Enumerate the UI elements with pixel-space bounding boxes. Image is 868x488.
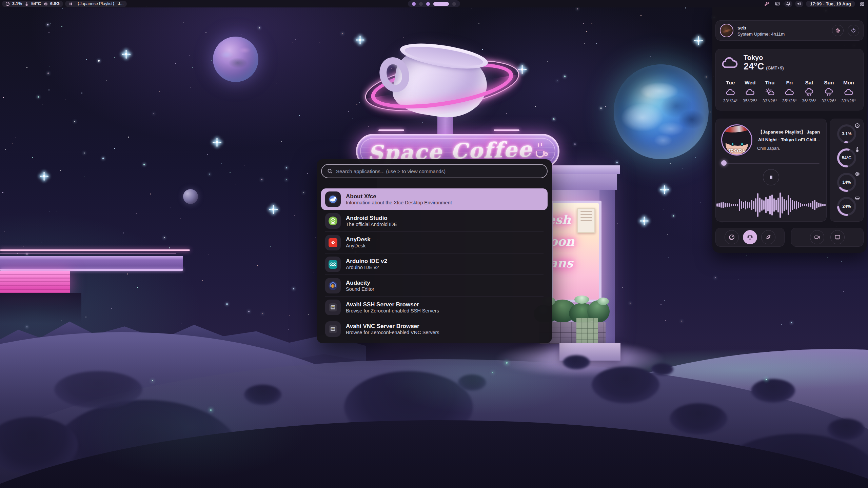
- forecast-day-sat: Sat36°/26°: [800, 80, 819, 103]
- forecast-row: Tue33°/24°Wed35°/25°Thu33°/26°Fri35°/26°…: [721, 80, 859, 103]
- app-title: Audacity: [346, 280, 374, 286]
- notifications-bell-icon[interactable]: [784, 1, 792, 7]
- power-icon: [851, 28, 856, 33]
- app-item-anydesk[interactable]: AnyDeskAnyDesk: [321, 232, 548, 253]
- arduino-app-icon: [325, 257, 341, 272]
- performance-mode-button[interactable]: [725, 230, 739, 244]
- app-description: Browse for Zeroconf-enabled SSH Servers: [346, 308, 439, 313]
- rain-weather-icon: [804, 88, 814, 97]
- app-list: About XfceInformation about the Xfce Des…: [321, 188, 548, 340]
- cloud-weather-icon: [745, 88, 755, 97]
- temperature-icon: [24, 2, 29, 6]
- cpu-temp: 54°C: [31, 1, 41, 6]
- workspace-indicator[interactable]: [408, 0, 460, 7]
- app-item-avahi-ssh-server-browser[interactable]: Avahi SSH Server BrowserBrowse for Zeroc…: [321, 297, 548, 318]
- clock[interactable]: 17:09 - Tue, 19 Aug: [806, 1, 855, 7]
- xfce-app-icon: [325, 191, 341, 207]
- disk-icon: [855, 196, 860, 201]
- system-gauges-card: 3.1%54°C14%24%: [830, 119, 864, 222]
- search-icon: [327, 168, 333, 174]
- forecast-day-thu: Thu33°/26°: [760, 80, 780, 103]
- progress-bar[interactable]: [721, 160, 821, 166]
- app-description: Information about the Xfce Desktop Envir…: [346, 200, 452, 205]
- app-title: Avahi SSH Server Browser: [346, 302, 439, 307]
- weather-card: Tokyo 24°C(GMT+9) Tue33°/24°Wed35°/25°Th…: [715, 49, 864, 110]
- forecast-day-fri: Fri35°/26°: [780, 80, 799, 103]
- app-description: AnyDesk: [346, 243, 371, 248]
- screen-record-button[interactable]: [810, 230, 824, 244]
- wallpaper-icon[interactable]: [773, 1, 782, 7]
- gauge-disk: 24%: [830, 195, 863, 218]
- gauge-icon: [855, 123, 860, 128]
- workspace-dot-1[interactable]: [412, 2, 416, 6]
- thermo-icon: [855, 147, 860, 152]
- app-description: Browse for Zeroconf-enabled VNC Servers: [346, 330, 439, 335]
- now-playing-pill[interactable]: 【Japanese Playlist】 J...: [65, 1, 127, 7]
- scales-icon: [747, 234, 753, 240]
- app-item-about-xfce[interactable]: About XfceInformation about the Xfce Des…: [321, 188, 548, 210]
- screen-icon: [834, 234, 841, 240]
- sign-cup-icon: [536, 147, 548, 158]
- track-title-line1: 【Japanese Playlist】 Japan: [757, 129, 821, 135]
- search-input[interactable]: [336, 168, 541, 174]
- tools-icon[interactable]: [763, 1, 771, 7]
- media-player-card: TOKYO L 【Japanese Playlist】 Japan All Ni…: [715, 119, 827, 222]
- memory-icon: [43, 2, 48, 6]
- power-button[interactable]: [848, 25, 859, 36]
- balanced-mode-button[interactable]: [743, 230, 757, 244]
- system-stats-pill[interactable]: 3.1% 54°C 6.8G: [2, 1, 63, 7]
- gear-icon: [835, 28, 841, 33]
- app-title: Android Studio: [346, 215, 397, 221]
- screenshot-button[interactable]: [830, 230, 845, 244]
- app-launcher: About XfceInformation about the Xfce Des…: [317, 159, 552, 343]
- play-pause-button[interactable]: [763, 169, 779, 185]
- gauge-chip: 14%: [830, 171, 863, 194]
- audio-visualizer: [721, 189, 821, 221]
- username: seb: [737, 25, 828, 30]
- partsun-weather-icon: [765, 88, 775, 97]
- app-title: About Xfce: [346, 194, 452, 199]
- cloud-weather-icon: [784, 88, 794, 97]
- system-uptime: System Uptime: 4h11m: [737, 32, 828, 37]
- memory-usage: 6.8G: [50, 1, 60, 6]
- leaf-icon: [765, 234, 771, 240]
- anydesk-app-icon: [325, 235, 341, 250]
- weather-temp: 24°C: [744, 61, 764, 72]
- workspace-dot-3[interactable]: [426, 2, 430, 6]
- app-grid-icon[interactable]: [858, 1, 866, 7]
- avatar[interactable]: [720, 24, 733, 37]
- forecast-day-mon: Mon33°/26°: [839, 80, 859, 103]
- track-title-line2: All Night - Tokyo LoFi Chill...: [757, 137, 821, 143]
- cloud-weather-icon: [844, 88, 854, 97]
- weather-cloud-icon: [721, 55, 739, 70]
- workspace-dot-4[interactable]: [433, 2, 449, 6]
- gauge-thermo: 54°C: [830, 146, 863, 169]
- track-artist: Chill Japan.: [757, 146, 821, 151]
- app-description: Arduino IDE v2: [346, 265, 387, 270]
- app-item-audacity[interactable]: AudacitySound Editor: [321, 275, 548, 297]
- workspace-dot-2[interactable]: [419, 2, 423, 6]
- pause-icon: [68, 2, 73, 6]
- network-app-icon: [325, 300, 341, 315]
- now-playing-label: 【Japanese Playlist】 J...: [75, 1, 123, 7]
- cpu-usage: 3.1%: [12, 1, 22, 6]
- gauge-gauge: 3.1%: [830, 122, 863, 145]
- weather-city: Tokyo: [744, 54, 784, 62]
- storm-weather-icon: [824, 88, 834, 97]
- user-card: seb System Uptime: 4h11m: [715, 20, 864, 41]
- cpu-gauge-icon: [5, 2, 10, 6]
- forecast-day-tue: Tue33°/24°: [721, 80, 740, 103]
- app-item-avahi-vnc-server-browser[interactable]: Avahi VNC Server BrowserBrowse for Zeroc…: [321, 318, 548, 340]
- app-item-arduino-ide-v2[interactable]: Arduino IDE v2Arduino IDE v2: [321, 253, 548, 275]
- settings-button[interactable]: [832, 25, 844, 36]
- eco-mode-button[interactable]: [761, 230, 775, 244]
- quick-settings-right: [791, 228, 864, 247]
- volume-icon[interactable]: [795, 1, 803, 7]
- album-art[interactable]: TOKYO L: [721, 124, 752, 156]
- app-item-android-studio[interactable]: Android StudioThe official Android IDE: [321, 210, 548, 232]
- pause-icon: [768, 175, 774, 180]
- search-box[interactable]: [321, 164, 548, 178]
- workspace-dot-5[interactable]: [452, 2, 456, 6]
- network-app-icon: [325, 321, 341, 337]
- progress-knob[interactable]: [721, 160, 727, 166]
